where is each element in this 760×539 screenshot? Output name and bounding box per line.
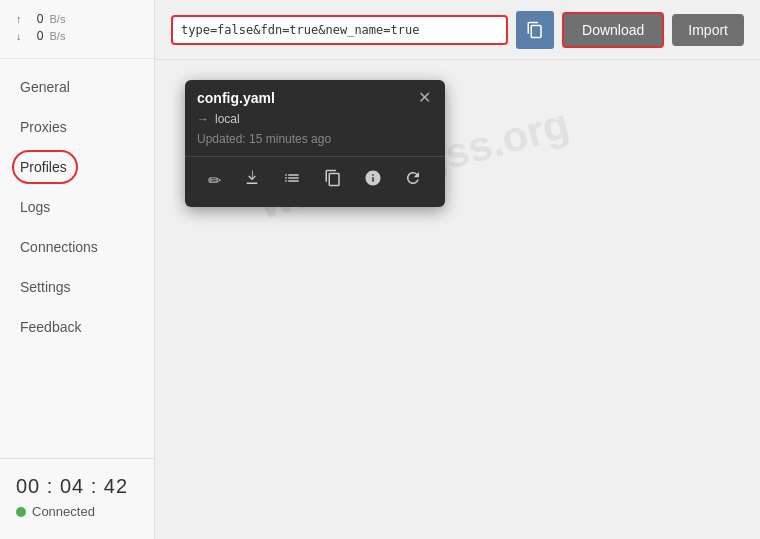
popup-info-icon <box>364 169 382 187</box>
download-arrow-icon: ↓ <box>16 30 22 42</box>
connection-status: Connected <box>16 504 138 519</box>
popup-info-button[interactable] <box>356 165 390 195</box>
content-area: www.bwgss.org config.yaml ✕ → local Upda… <box>155 60 760 100</box>
copy-button[interactable] <box>516 11 554 49</box>
profile-popup-card: config.yaml ✕ → local Updated: 15 minute… <box>185 80 445 207</box>
sidebar-item-profiles[interactable]: Profiles <box>0 147 154 187</box>
sidebar-item-general[interactable]: General <box>0 67 154 107</box>
upload-unit: B/s <box>50 13 66 25</box>
upload-value: 0 <box>28 12 44 26</box>
popup-copy-icon <box>324 169 342 187</box>
toolbar: Download Import <box>155 0 760 60</box>
url-input-wrapper <box>171 15 508 45</box>
traffic-stats: ↑ 0 B/s ↓ 0 B/s <box>0 0 154 59</box>
popup-location-name: local <box>215 112 240 126</box>
connected-label: Connected <box>32 504 95 519</box>
popup-updated-text: Updated: 15 minutes ago <box>185 130 445 156</box>
copy-icon <box>526 21 544 39</box>
sidebar: ↑ 0 B/s ↓ 0 B/s General Proxies Profiles… <box>0 0 155 539</box>
sidebar-status: 00 : 04 : 42 Connected <box>0 458 154 539</box>
download-value: 0 <box>28 29 44 43</box>
popup-actions: ✏ <box>185 156 445 207</box>
sidebar-item-settings[interactable]: Settings <box>0 267 154 307</box>
sidebar-item-feedback[interactable]: Feedback <box>0 307 154 347</box>
sidebar-nav: General Proxies Profiles Logs Connection… <box>0 59 154 458</box>
download-unit: B/s <box>50 30 66 42</box>
sidebar-item-connections[interactable]: Connections <box>0 227 154 267</box>
popup-copy-button[interactable] <box>316 165 350 195</box>
upload-arrow-icon: ↑ <box>16 13 22 25</box>
sidebar-item-proxies[interactable]: Proxies <box>0 107 154 147</box>
download-button[interactable]: Download <box>562 12 664 48</box>
profiles-highlight-circle <box>12 150 78 184</box>
popup-download-icon <box>243 169 261 187</box>
popup-refresh-icon <box>404 169 422 187</box>
connected-dot-icon <box>16 507 26 517</box>
url-input[interactable] <box>173 17 506 43</box>
connection-timer: 00 : 04 : 42 <box>16 475 138 498</box>
popup-download-button[interactable] <box>235 165 269 195</box>
location-arrow-icon: → <box>197 112 209 126</box>
popup-title: config.yaml <box>197 90 275 106</box>
main-content: Download Import www.bwgss.org config.yam… <box>155 0 760 539</box>
popup-list-button[interactable] <box>275 165 309 195</box>
popup-location: → local <box>185 110 445 130</box>
popup-close-button[interactable]: ✕ <box>416 90 433 106</box>
popup-edit-button[interactable]: ✏ <box>200 167 229 194</box>
popup-refresh-button[interactable] <box>396 165 430 195</box>
popup-list-icon <box>283 169 301 187</box>
sidebar-item-logs[interactable]: Logs <box>0 187 154 227</box>
import-button[interactable]: Import <box>672 14 744 46</box>
popup-header: config.yaml ✕ <box>185 80 445 110</box>
